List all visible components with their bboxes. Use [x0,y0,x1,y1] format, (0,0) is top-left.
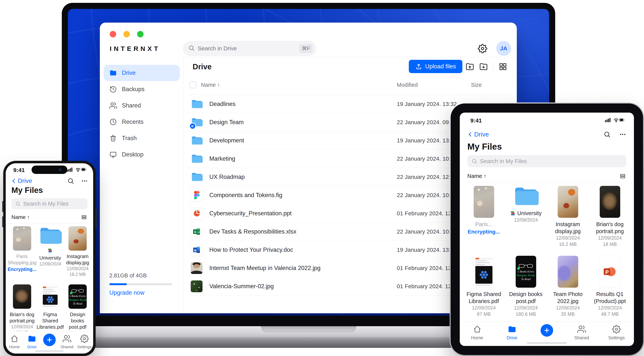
file-date: 12/09/2024 [556,305,580,311]
file-name: Development [209,137,244,144]
file-date: 12/09/2024 [598,235,622,241]
search-input[interactable] [198,45,296,52]
marketing-composite: INTERNXT ⌘F JA Drive [0,0,644,356]
grid-item[interactable]: P Results Q1 (Product).ppt 12/09/2024 48… [589,256,631,317]
nav-label: Settings [77,345,92,349]
nav-item[interactable] [41,334,58,346]
grid-item[interactable]: Team Photo 2022.jpg 12/09/2024 35 MB [547,256,589,317]
grid-item[interactable]: Paris... Encrypting... [463,186,505,247]
search-input[interactable] [23,201,93,207]
list-view-icon[interactable] [80,214,88,220]
file-icon [191,153,203,165]
select-all-checkbox[interactable] [190,81,196,88]
chevron-left-icon [11,178,17,184]
nav-label: Shared [574,335,589,341]
nav-item[interactable]: Drive [23,334,41,349]
search-input[interactable] [480,158,622,165]
search-field[interactable] [12,198,88,209]
home-indicator[interactable] [527,342,567,344]
nav-icon [62,334,71,343]
sort-by-name[interactable]: Name ↑ [12,214,30,220]
grid-item[interactable]: Figma Shared Libraries.pdf 12/09/2024 87… [463,256,505,317]
file-name: Paris... [475,221,492,228]
file-thumbnail: 5 Books EveryDesigner NeedsTo Read [68,284,87,309]
avatar[interactable]: JA [496,41,511,56]
encrypting-status: Encrypting... [8,267,36,272]
grid-item[interactable]: Paris Shopping.jpg Encrypting... [8,226,36,277]
clock-label: 9:41 [13,167,25,173]
shared-folder-badge [189,123,196,130]
nav-item[interactable]: Shared [58,334,76,349]
nav-item[interactable]: Shared [564,325,599,341]
file-name: Components and Tokens.fig [209,192,282,199]
grid-view-icon[interactable] [498,62,508,71]
upload-folder-icon[interactable] [465,62,474,71]
search-shortcut-badge: ⌘F [299,44,312,53]
nav-item[interactable]: Home [6,334,23,349]
nav-item[interactable]: Settings [599,325,634,341]
window-controls[interactable] [110,31,144,37]
search-icon[interactable] [604,131,611,138]
books-icon [48,248,53,253]
signal-wifi-battery-icons [605,117,625,124]
grid-item[interactable]: 5 Books EveryDesigner NeedsTo Read Desig… [505,256,547,317]
nav-label: Settings [608,335,625,341]
grid-item[interactable]: Brian's dog portrait.png 12/09/2024 18 M… [589,186,631,247]
nav-icon [540,324,553,337]
nav-item[interactable] [529,325,564,337]
search-icon[interactable] [67,178,74,184]
power-button [96,209,96,227]
nav-item[interactable]: Drive [494,325,529,341]
column-header-name[interactable]: Name ↑ [201,82,220,88]
more-options-icon[interactable] [81,178,88,184]
grid-item[interactable]: University 12/09/2024 [36,226,64,277]
new-folder-icon[interactable] [479,62,488,71]
file-name: University [510,210,542,217]
back-button[interactable]: Drive [11,177,32,184]
list-view-icon[interactable] [619,173,626,179]
file-date: 12/09/2024 [514,305,538,311]
upload-files-button[interactable]: Upload files [409,60,462,73]
file-date: 12/09/2024 [66,266,88,272]
sidebar-item-label: Backups [122,86,144,93]
file-name: Paris Shopping.jpg [8,253,36,266]
upload-icon [415,63,422,70]
sidebar-item[interactable]: Drive [104,65,180,81]
settings-gear-icon[interactable] [478,44,487,53]
file-icon [191,207,203,219]
grid-item[interactable]: Instagram display.jpg 12/09/2024 16.2 MB [547,186,589,247]
phone-device: 9:41 Drive My Files Name ↑ [3,161,96,356]
nav-label: Home [471,335,483,341]
file-name: University [36,248,64,261]
nav-item[interactable]: Settings [76,334,93,349]
more-options-icon[interactable] [619,131,626,138]
tablet-status-bar: 9:41 [470,117,625,124]
grid-item[interactable]: Instagram display.jpg 12/09/2024 16.2 MB [64,226,91,277]
file-name: Marketing [209,155,235,162]
grid-item[interactable]: University 12/09/2024 [505,186,547,247]
sort-by-name[interactable]: Name ↑ [467,173,486,179]
file-size: 18 MB [603,241,616,247]
maximize-window-button[interactable] [137,31,144,37]
close-window-button[interactable] [110,31,116,37]
file-size: 16.2 MB [559,241,577,247]
file-name: Instagram display.jpg [547,221,589,235]
back-button[interactable]: Drive [467,131,489,138]
file-name: Design books post.pdf [505,291,547,305]
file-modified-date: 19 January 2024. 13:34 [397,137,457,144]
nav-icon [612,325,621,334]
file-thumbnail [474,186,494,218]
home-indicator[interactable] [35,351,64,352]
column-header-size[interactable]: Size [471,82,482,88]
search-field[interactable] [467,155,626,167]
nav-icon [80,334,89,343]
minimize-window-button[interactable] [124,31,130,37]
file-modified-date: 19 January 2024. 13:25 [397,247,457,253]
column-header-modified[interactable]: Modified [397,82,418,88]
file-icon [191,116,203,128]
nav-icon [10,334,19,343]
drive-search-bar[interactable]: ⌘F [183,41,316,56]
sidebar-item-icon [109,85,117,93]
svg-text:P: P [605,269,609,275]
nav-item[interactable]: Home [460,325,494,341]
